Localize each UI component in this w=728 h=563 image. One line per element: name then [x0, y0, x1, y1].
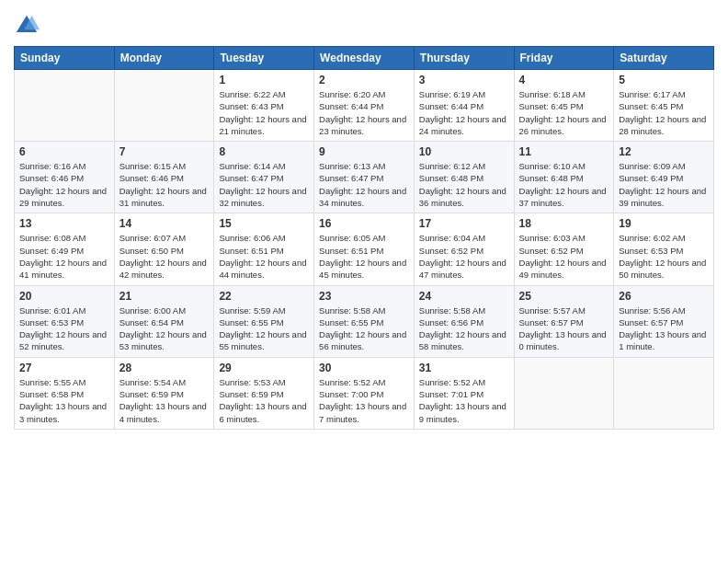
day-number: 7 — [119, 145, 210, 158]
calendar-cell: 5Sunrise: 6:17 AMSunset: 6:45 PMDaylight… — [614, 70, 714, 142]
calendar-cell: 12Sunrise: 6:09 AMSunset: 6:49 PMDayligh… — [614, 142, 714, 213]
calendar-week-row: 27Sunrise: 5:55 AMSunset: 6:58 PMDayligh… — [15, 357, 714, 429]
calendar-cell: 7Sunrise: 6:15 AMSunset: 6:46 PMDaylight… — [114, 142, 214, 213]
calendar-cell: 30Sunrise: 5:52 AMSunset: 7:00 PMDayligh… — [314, 357, 415, 429]
day-info: Sunrise: 5:56 AMSunset: 6:57 PMDaylight:… — [619, 304, 709, 353]
weekday-header: Wednesday — [314, 47, 415, 70]
calendar-cell: 27Sunrise: 5:55 AMSunset: 6:58 PMDayligh… — [15, 357, 115, 429]
calendar-cell: 3Sunrise: 6:19 AMSunset: 6:44 PMDaylight… — [414, 70, 514, 142]
calendar-cell: 24Sunrise: 5:58 AMSunset: 6:56 PMDayligh… — [414, 285, 514, 357]
day-number: 4 — [519, 74, 609, 86]
calendar-cell: 23Sunrise: 5:58 AMSunset: 6:55 PMDayligh… — [314, 285, 415, 357]
day-info: Sunrise: 5:57 AMSunset: 6:57 PMDaylight:… — [519, 304, 609, 353]
day-info: Sunrise: 5:58 AMSunset: 6:55 PMDaylight:… — [319, 304, 409, 353]
weekday-header: Sunday — [15, 47, 115, 70]
calendar-cell — [15, 70, 115, 142]
day-number: 15 — [219, 217, 309, 230]
header — [14, 9, 714, 39]
calendar-cell: 22Sunrise: 5:59 AMSunset: 6:55 PMDayligh… — [214, 285, 314, 357]
day-number: 3 — [419, 74, 509, 86]
calendar-cell: 2Sunrise: 6:20 AMSunset: 6:44 PMDaylight… — [314, 70, 415, 142]
day-number: 31 — [419, 362, 509, 374]
day-number: 20 — [19, 290, 109, 303]
calendar-cell: 8Sunrise: 6:14 AMSunset: 6:47 PMDaylight… — [214, 142, 314, 213]
day-number: 9 — [319, 145, 409, 158]
day-number: 5 — [619, 74, 709, 86]
day-number: 30 — [319, 362, 409, 374]
day-info: Sunrise: 6:04 AMSunset: 6:52 PMDaylight:… — [419, 232, 509, 281]
calendar-cell: 4Sunrise: 6:18 AMSunset: 6:45 PMDaylight… — [514, 70, 614, 142]
day-info: Sunrise: 5:58 AMSunset: 6:56 PMDaylight:… — [419, 304, 509, 353]
calendar-cell: 16Sunrise: 6:05 AMSunset: 6:51 PMDayligh… — [314, 213, 415, 285]
day-info: Sunrise: 6:15 AMSunset: 6:46 PMDaylight:… — [119, 160, 210, 209]
calendar-cell: 25Sunrise: 5:57 AMSunset: 6:57 PMDayligh… — [514, 285, 614, 357]
calendar-cell: 17Sunrise: 6:04 AMSunset: 6:52 PMDayligh… — [414, 213, 514, 285]
day-info: Sunrise: 6:02 AMSunset: 6:53 PMDaylight:… — [619, 232, 709, 281]
calendar-cell: 20Sunrise: 6:01 AMSunset: 6:53 PMDayligh… — [15, 285, 115, 357]
day-info: Sunrise: 6:16 AMSunset: 6:46 PMDaylight:… — [19, 160, 109, 209]
day-number: 1 — [219, 74, 309, 86]
day-info: Sunrise: 6:13 AMSunset: 6:47 PMDaylight:… — [319, 160, 409, 209]
day-info: Sunrise: 6:12 AMSunset: 6:48 PMDaylight:… — [419, 160, 509, 209]
day-number: 24 — [419, 290, 509, 303]
logo — [14, 13, 41, 39]
calendar-cell: 15Sunrise: 6:06 AMSunset: 6:51 PMDayligh… — [214, 213, 314, 285]
day-number: 12 — [619, 145, 709, 158]
day-info: Sunrise: 6:14 AMSunset: 6:47 PMDaylight:… — [219, 160, 309, 209]
day-info: Sunrise: 5:55 AMSunset: 6:58 PMDaylight:… — [19, 376, 109, 425]
day-info: Sunrise: 5:52 AMSunset: 7:01 PMDaylight:… — [419, 376, 509, 425]
calendar-table: SundayMondayTuesdayWednesdayThursdayFrid… — [14, 46, 714, 430]
calendar-cell: 21Sunrise: 6:00 AMSunset: 6:54 PMDayligh… — [114, 285, 214, 357]
day-info: Sunrise: 6:07 AMSunset: 6:50 PMDaylight:… — [119, 232, 210, 281]
weekday-header-row: SundayMondayTuesdayWednesdayThursdayFrid… — [15, 47, 714, 70]
day-info: Sunrise: 6:20 AMSunset: 6:44 PMDaylight:… — [319, 88, 409, 137]
day-info: Sunrise: 6:08 AMSunset: 6:49 PMDaylight:… — [19, 232, 109, 281]
calendar-cell — [614, 357, 714, 429]
day-info: Sunrise: 6:00 AMSunset: 6:54 PMDaylight:… — [119, 304, 210, 353]
day-number: 2 — [319, 74, 409, 86]
day-info: Sunrise: 6:18 AMSunset: 6:45 PMDaylight:… — [519, 88, 609, 137]
day-number: 19 — [619, 217, 709, 230]
calendar-cell — [114, 70, 214, 142]
weekday-header: Thursday — [414, 47, 514, 70]
day-number: 25 — [519, 290, 609, 303]
day-info: Sunrise: 6:01 AMSunset: 6:53 PMDaylight:… — [19, 304, 109, 353]
day-info: Sunrise: 5:54 AMSunset: 6:59 PMDaylight:… — [119, 376, 210, 425]
calendar-cell: 13Sunrise: 6:08 AMSunset: 6:49 PMDayligh… — [15, 213, 115, 285]
day-info: Sunrise: 6:03 AMSunset: 6:52 PMDaylight:… — [519, 232, 609, 281]
calendar-week-row: 13Sunrise: 6:08 AMSunset: 6:49 PMDayligh… — [15, 213, 714, 285]
calendar-cell: 19Sunrise: 6:02 AMSunset: 6:53 PMDayligh… — [614, 213, 714, 285]
calendar-cell: 18Sunrise: 6:03 AMSunset: 6:52 PMDayligh… — [514, 213, 614, 285]
day-info: Sunrise: 6:22 AMSunset: 6:43 PMDaylight:… — [219, 88, 309, 137]
calendar-week-row: 20Sunrise: 6:01 AMSunset: 6:53 PMDayligh… — [15, 285, 714, 357]
calendar-cell: 28Sunrise: 5:54 AMSunset: 6:59 PMDayligh… — [114, 357, 214, 429]
calendar-cell: 11Sunrise: 6:10 AMSunset: 6:48 PMDayligh… — [514, 142, 614, 213]
day-info: Sunrise: 5:52 AMSunset: 7:00 PMDaylight:… — [319, 376, 409, 425]
day-info: Sunrise: 6:09 AMSunset: 6:49 PMDaylight:… — [619, 160, 709, 209]
weekday-header: Monday — [114, 47, 214, 70]
calendar-cell: 29Sunrise: 5:53 AMSunset: 6:59 PMDayligh… — [214, 357, 314, 429]
weekday-header: Saturday — [614, 47, 714, 70]
calendar-cell: 31Sunrise: 5:52 AMSunset: 7:01 PMDayligh… — [414, 357, 514, 429]
calendar-cell: 26Sunrise: 5:56 AMSunset: 6:57 PMDayligh… — [614, 285, 714, 357]
day-info: Sunrise: 6:06 AMSunset: 6:51 PMDaylight:… — [219, 232, 309, 281]
day-info: Sunrise: 6:10 AMSunset: 6:48 PMDaylight:… — [519, 160, 609, 209]
day-number: 6 — [19, 145, 109, 158]
day-number: 14 — [119, 217, 210, 230]
day-number: 29 — [219, 362, 309, 374]
day-number: 13 — [19, 217, 109, 230]
day-number: 10 — [419, 145, 509, 158]
day-info: Sunrise: 5:53 AMSunset: 6:59 PMDaylight:… — [219, 376, 309, 425]
day-number: 8 — [219, 145, 309, 158]
day-info: Sunrise: 6:17 AMSunset: 6:45 PMDaylight:… — [619, 88, 709, 137]
day-number: 16 — [319, 217, 409, 230]
calendar-week-row: 1Sunrise: 6:22 AMSunset: 6:43 PMDaylight… — [15, 70, 714, 142]
calendar-week-row: 6Sunrise: 6:16 AMSunset: 6:46 PMDaylight… — [15, 142, 714, 213]
day-number: 21 — [119, 290, 210, 303]
day-number: 26 — [619, 290, 709, 303]
day-number: 27 — [19, 362, 109, 374]
logo-icon — [14, 13, 40, 39]
calendar-cell — [514, 357, 614, 429]
calendar-cell: 10Sunrise: 6:12 AMSunset: 6:48 PMDayligh… — [414, 142, 514, 213]
day-number: 17 — [419, 217, 509, 230]
